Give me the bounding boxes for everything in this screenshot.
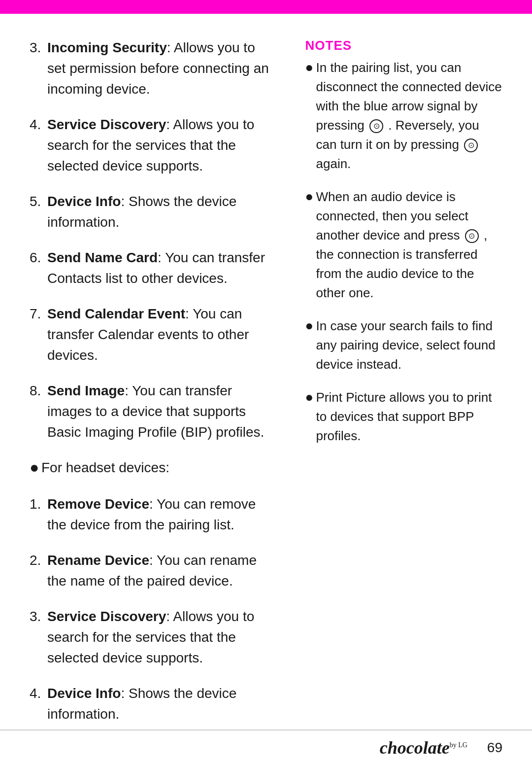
circle-icon-3: ⊙: [465, 229, 479, 243]
list-item-8: 8. Send Image: You can transfer images t…: [30, 381, 271, 443]
headset-content-1: Remove Device: You can remove the device…: [47, 494, 271, 535]
bullet-headset: ● For headset devices:: [30, 457, 271, 479]
top-bar: [0, 0, 532, 14]
brand-chocolate: chocolate: [380, 738, 450, 758]
bullet-headset-text: For headset devices:: [41, 457, 271, 478]
notes-list: ● In the pairing list, you can disconnec…: [305, 58, 503, 446]
list-content-7: Send Calendar Event: You can transfer Ca…: [47, 304, 271, 366]
list-item-6: 6. Send Name Card: You can transfer Cont…: [30, 247, 271, 289]
note-item-4: ● Print Picture allows you to print to d…: [305, 388, 503, 446]
list-bold-4: Service Discovery: [47, 117, 166, 132]
note-text-2: When an audio device is connected, then …: [316, 187, 503, 303]
list-content-3: Incoming Security: Allows you to set per…: [47, 37, 271, 100]
list-content-4: Service Discovery: Allows you to search …: [47, 114, 271, 176]
brand-suffix: by LG: [450, 741, 467, 749]
notes-label: NOTES: [305, 38, 352, 53]
headset-item-4: 4. Device Info: Shows the device informa…: [30, 683, 271, 725]
note-item-3: ● In case your search fails to find any …: [305, 316, 503, 374]
content-area: 3. Incoming Security: Allows you to set …: [0, 14, 532, 739]
right-column: NOTES ● In the pairing list, you can dis…: [300, 37, 503, 739]
note-bullet-4: ●: [305, 387, 316, 408]
headset-item-1: 1. Remove Device: You can remove the dev…: [30, 494, 271, 535]
note-bullet-3: ●: [305, 315, 316, 336]
footer: chocolateby LG 69: [0, 730, 532, 765]
headset-content-4: Device Info: Shows the device informatio…: [47, 683, 271, 725]
list-bold-6: Send Name Card: [47, 250, 158, 265]
brand-name: chocolateby LG: [380, 737, 467, 758]
headset-numbered-list: 1. Remove Device: You can remove the dev…: [30, 494, 271, 725]
list-content-8: Send Image: You can transfer images to a…: [47, 381, 271, 443]
list-item-7: 7. Send Calendar Event: You can transfer…: [30, 304, 271, 366]
circle-icon-2: ⊙: [464, 139, 478, 152]
headset-content-3: Service Discovery: Allows you to search …: [47, 606, 271, 668]
main-numbered-list: 3. Incoming Security: Allows you to set …: [30, 37, 271, 443]
footer-brand: chocolateby LG 69: [380, 737, 502, 758]
list-bold-8: Send Image: [47, 383, 125, 398]
list-content-6: Send Name Card: You can transfer Contact…: [47, 247, 271, 289]
headset-content-2: Rename Device: You can rename the name o…: [47, 550, 271, 591]
list-content-5: Device Info: Shows the device informatio…: [47, 191, 271, 233]
list-item-3: 3. Incoming Security: Allows you to set …: [30, 37, 271, 100]
headset-number-4: 4.: [30, 683, 47, 704]
list-number-6: 6.: [30, 247, 47, 268]
list-bold-7: Send Calendar Event: [47, 306, 185, 321]
headset-bold-3: Service Discovery: [47, 609, 166, 624]
note-text-3: In case your search fails to find any pa…: [316, 316, 503, 374]
list-item-4: 4. Service Discovery: Allows you to sear…: [30, 114, 271, 176]
list-number-7: 7.: [30, 304, 47, 324]
headset-bold-4: Device Info: [47, 686, 121, 701]
list-number-4: 4.: [30, 114, 47, 135]
note-text-1: In the pairing list, you can disconnect …: [316, 58, 503, 174]
list-number-5: 5.: [30, 191, 47, 212]
headset-bullet-list: ● For headset devices:: [30, 457, 271, 479]
headset-bold-1: Remove Device: [47, 496, 149, 512]
list-bold-3: Incoming Security: [47, 40, 167, 55]
circle-icon-1: ⊙: [369, 119, 383, 133]
list-number-8: 8.: [30, 381, 47, 401]
headset-item-3: 3. Service Discovery: Allows you to sear…: [30, 606, 271, 668]
headset-bold-2: Rename Device: [47, 553, 149, 568]
bullet-dot-headset: ●: [30, 455, 41, 479]
headset-item-2: 2. Rename Device: You can rename the nam…: [30, 550, 271, 591]
note-bullet-1: ●: [305, 57, 316, 78]
page-number: 69: [487, 740, 502, 756]
list-bold-5: Device Info: [47, 194, 121, 209]
note-bullet-2: ●: [305, 186, 316, 207]
note-item-2: ● When an audio device is connected, the…: [305, 187, 503, 303]
headset-number-2: 2.: [30, 550, 47, 571]
headset-number-3: 3.: [30, 606, 47, 627]
list-number-3: 3.: [30, 37, 47, 58]
note-item-1: ● In the pairing list, you can disconnec…: [305, 58, 503, 174]
left-column: 3. Incoming Security: Allows you to set …: [30, 37, 281, 739]
note-text-4: Print Picture allows you to print to dev…: [316, 388, 503, 446]
list-item-5: 5. Device Info: Shows the device informa…: [30, 191, 271, 233]
headset-number-1: 1.: [30, 494, 47, 515]
